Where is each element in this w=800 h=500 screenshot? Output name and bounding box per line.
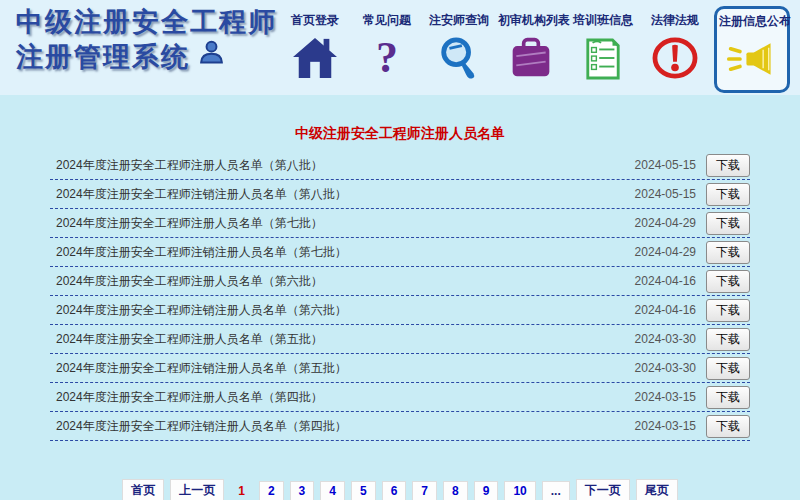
pagination-page[interactable]: 9 [474, 481, 499, 500]
document-title: 2024年度注册安全工程师注册人员名单（第五批） [50, 331, 635, 348]
person-icon [198, 39, 225, 74]
nav-item-home-login[interactable]: 首页登录 [282, 12, 348, 83]
pagination-page[interactable]: 7 [412, 481, 437, 500]
list-item: 2024年度注册安全工程师注销注册人员名单（第七批） 2024-04-29 下载 [50, 238, 750, 267]
download-list: 2024年度注册安全工程师注册人员名单（第八批） 2024-05-15 下载 2… [50, 151, 750, 441]
nav-label: 注安师查询 [426, 12, 492, 29]
pagination-page[interactable]: 2 [259, 481, 284, 500]
page-title: 中级注册安全工程师注册人员名单 [0, 125, 800, 143]
download-button[interactable]: 下载 [706, 357, 750, 380]
nav-label: 法律法规 [642, 12, 708, 29]
nav-label: 培训班信息 [570, 12, 636, 29]
pagination-last[interactable]: 尾页 [636, 479, 678, 500]
download-button[interactable]: 下载 [706, 154, 750, 177]
nav-item-registration-announcements[interactable]: 注册信息公布 [714, 6, 790, 93]
download-button[interactable]: 下载 [706, 183, 750, 206]
publish-date: 2024-03-15 [635, 419, 696, 433]
pagination-first[interactable]: 首页 [122, 479, 164, 500]
document-title: 2024年度注册安全工程师注册人员名单（第八批） [50, 157, 635, 174]
list-item: 2024年度注册安全工程师注册人员名单（第六批） 2024-04-16 下载 [50, 267, 750, 296]
nav-label: 常见问题 [354, 12, 420, 29]
document-title: 2024年度注册安全工程师注册人员名单（第七批） [50, 215, 635, 232]
pagination-prev[interactable]: 上一页 [170, 479, 224, 500]
pagination-page[interactable]: 3 [290, 481, 315, 500]
nav-label: 注册信息公布 [719, 13, 785, 30]
publish-date: 2024-04-29 [635, 245, 696, 259]
publish-date: 2024-04-16 [635, 274, 696, 288]
pagination-page-current: 1 [230, 482, 253, 500]
document-title: 2024年度注册安全工程师注销注册人员名单（第六批） [50, 302, 635, 319]
publish-date: 2024-05-15 [635, 187, 696, 201]
site-logo: 中级注册安全工程师 注册管理系统 [16, 5, 277, 74]
briefcase-icon [498, 33, 564, 83]
download-button[interactable]: 下载 [706, 241, 750, 264]
publish-date: 2024-05-15 [635, 158, 696, 172]
pagination-page[interactable]: 4 [320, 481, 345, 500]
document-title: 2024年度注册安全工程师注销注册人员名单（第七批） [50, 244, 635, 261]
logo-line2: 注册管理系统 [16, 40, 190, 74]
nav-item-laws[interactable]: 法律法规 [642, 12, 708, 83]
download-button[interactable]: 下载 [706, 386, 750, 409]
pagination-page[interactable]: 5 [351, 481, 376, 500]
download-button[interactable]: 下载 [706, 415, 750, 438]
search-icon [426, 33, 492, 83]
list-item: 2024年度注册安全工程师注销注册人员名单（第六批） 2024-04-16 下载 [50, 296, 750, 325]
megaphone-icon [719, 34, 785, 84]
nav-label: 首页登录 [282, 12, 348, 29]
pagination-next[interactable]: 下一页 [576, 479, 630, 500]
publish-date: 2024-04-29 [635, 216, 696, 230]
header: 中级注册安全工程师 注册管理系统 首页登录 常见问题 [0, 0, 800, 95]
download-button[interactable]: 下载 [706, 212, 750, 235]
publish-date: 2024-03-15 [635, 390, 696, 404]
nav-item-review-agencies[interactable]: 初审机构列表 [498, 12, 564, 83]
document-title: 2024年度注册安全工程师注册人员名单（第六批） [50, 273, 635, 290]
pagination: 首页 上一页 1 2 3 4 5 6 7 8 9 10 ... 下一页 尾页 [0, 479, 800, 500]
download-button[interactable]: 下载 [706, 299, 750, 322]
alert-icon [642, 33, 708, 83]
document-title: 2024年度注册安全工程师注销注册人员名单（第五批） [50, 360, 635, 377]
list-item: 2024年度注册安全工程师注册人员名单（第四批） 2024-03-15 下载 [50, 383, 750, 412]
document-title: 2024年度注册安全工程师注册人员名单（第四批） [50, 389, 635, 406]
nav-item-engineer-query[interactable]: 注安师查询 [426, 12, 492, 83]
nav-item-faq[interactable]: 常见问题 ? [354, 12, 420, 83]
document-title: 2024年度注册安全工程师注销注册人员名单（第八批） [50, 186, 635, 203]
list-item: 2024年度注册安全工程师注册人员名单（第八批） 2024-05-15 下载 [50, 151, 750, 180]
pagination-page[interactable]: 10 [504, 481, 535, 500]
list-item: 2024年度注册安全工程师注册人员名单（第五批） 2024-03-30 下载 [50, 325, 750, 354]
publish-date: 2024-03-30 [635, 361, 696, 375]
document-title: 2024年度注册安全工程师注销注册人员名单（第四批） [50, 418, 635, 435]
list-item: 2024年度注册安全工程师注销注册人员名单（第八批） 2024-05-15 下载 [50, 180, 750, 209]
pagination-page[interactable]: 6 [382, 481, 407, 500]
main-nav: 首页登录 常见问题 ? 注安师查询 [282, 12, 790, 93]
list-item: 2024年度注册安全工程师注销注册人员名单（第五批） 2024-03-30 下载 [50, 354, 750, 383]
download-button[interactable]: 下载 [706, 328, 750, 351]
nav-item-training-info[interactable]: 培训班信息 [570, 12, 636, 83]
list-item: 2024年度注册安全工程师注销注册人员名单（第四批） 2024-03-15 下载 [50, 412, 750, 441]
nav-label: 初审机构列表 [498, 12, 564, 29]
home-icon [282, 33, 348, 83]
download-button[interactable]: 下载 [706, 270, 750, 293]
publish-date: 2024-04-16 [635, 303, 696, 317]
list-item: 2024年度注册安全工程师注册人员名单（第七批） 2024-04-29 下载 [50, 209, 750, 238]
notepad-icon [570, 33, 636, 83]
publish-date: 2024-03-30 [635, 332, 696, 346]
pagination-page[interactable]: 8 [443, 481, 468, 500]
logo-line1: 中级注册安全工程师 [16, 5, 277, 39]
pagination-ellipsis[interactable]: ... [542, 481, 570, 500]
question-icon: ? [354, 33, 420, 83]
